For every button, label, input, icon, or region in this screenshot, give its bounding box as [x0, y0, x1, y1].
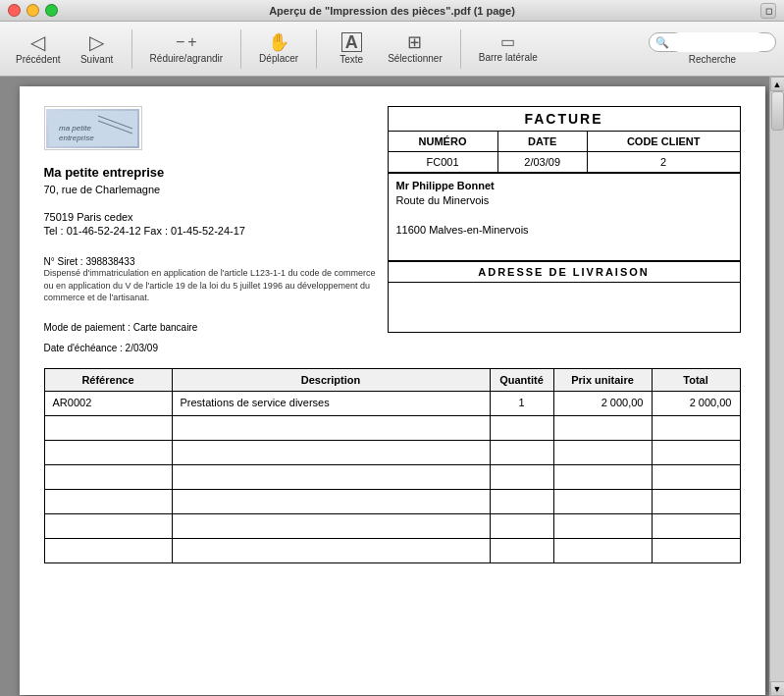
- table-row-empty: [44, 489, 740, 513]
- cell-description: Prestations de service diverses: [172, 391, 490, 415]
- invoice-title: FACTURE: [388, 107, 740, 132]
- next-label: Suivant: [80, 54, 113, 65]
- table-row-empty: [44, 440, 740, 464]
- scroll-track[interactable]: [770, 91, 785, 681]
- zoom-label: Réduire/agrandir: [150, 53, 224, 64]
- client-address1: Route du Minervois: [396, 194, 732, 206]
- numero-value: FC001: [388, 152, 497, 173]
- sidebar-button[interactable]: ▭ Barre latérale: [471, 27, 546, 72]
- next-button[interactable]: ▷ Suivant: [73, 27, 122, 72]
- table-row-empty: [44, 464, 740, 489]
- invoice-table: Référence Description Quantité Prix unit…: [44, 368, 741, 563]
- th-prix: Prix unitaire: [553, 368, 652, 391]
- code-client-value: 2: [587, 152, 740, 173]
- th-description: Description: [172, 368, 490, 391]
- zoom-minus-icon: −: [176, 33, 184, 51]
- th-total: Total: [652, 368, 740, 391]
- legal-text: Dispensé d'immatriculation en applicatio…: [44, 267, 378, 304]
- col-code-client: CODE CLIENT: [587, 132, 740, 152]
- table-row-empty: [44, 538, 740, 562]
- th-reference: Référence: [44, 368, 172, 391]
- company-section: Ma petite entreprise 70, rue de Charlema…: [44, 165, 378, 353]
- company-logo: ma petite entreprise: [44, 106, 142, 150]
- client-name: Mr Philippe Bonnet: [396, 180, 732, 191]
- separator-2: [240, 29, 241, 69]
- move-button[interactable]: ✋ Déplacer: [251, 27, 306, 72]
- cell-reference: AR0002: [44, 391, 172, 415]
- window-title: Aperçu de "Impression des pièces".pdf (1…: [269, 5, 515, 17]
- company-blank: [44, 197, 378, 209]
- separator-3: [316, 29, 317, 69]
- select-label: Sélectionner: [388, 53, 443, 64]
- right-section: FACTURE NUMÉRO DATE CODE CLIENT FC001 2/…: [388, 106, 741, 333]
- company-postal: 75019 Paris cedex: [44, 211, 378, 223]
- scrollbar[interactable]: ▲ ▼: [769, 77, 784, 696]
- invoice-header-table: FACTURE NUMÉRO DATE CODE CLIENT FC001 2/…: [388, 106, 741, 173]
- search-area: 🔍 Recherche: [649, 32, 776, 65]
- th-quantite: Quantité: [490, 368, 553, 391]
- search-input[interactable]: [669, 32, 767, 52]
- company-name: Ma petite entreprise: [44, 165, 378, 180]
- sidebar-label: Barre latérale: [479, 52, 538, 63]
- text-button[interactable]: A Texte: [327, 27, 376, 72]
- company-street: 70, rue de Charlemagne: [44, 184, 378, 195]
- content-area: ma petite entreprise Ma petite entrepris…: [0, 77, 784, 696]
- client-city: 11600 Malves-en-Minervois: [396, 224, 732, 236]
- title-bar: Aperçu de "Impression des pièces".pdf (1…: [0, 0, 784, 22]
- delivery-header: ADRESSE DE LIVRAISON: [389, 262, 740, 283]
- table-row: AR0002 Prestations de service diverses 1…: [44, 391, 740, 415]
- table-row-empty: [44, 513, 740, 538]
- select-button[interactable]: ⊞ Sélectionner: [380, 27, 450, 72]
- due-date: Date d'échéance : 2/03/09: [44, 343, 378, 353]
- company-phone: Tel : 01-46-52-24-12 Fax : 01-45-52-24-1…: [44, 225, 378, 237]
- svg-text:ma petite: ma petite: [59, 124, 91, 133]
- separator-1: [131, 29, 132, 69]
- search-icon: 🔍: [655, 36, 669, 49]
- move-label: Déplacer: [259, 53, 298, 64]
- text-icon: A: [341, 32, 362, 52]
- cell-prix: 2 000,00: [553, 391, 652, 415]
- svg-text:entreprise: entreprise: [59, 134, 94, 142]
- prev-label: Précédent: [16, 54, 61, 65]
- window-controls[interactable]: [8, 4, 58, 17]
- scroll-up[interactable]: ▲: [770, 77, 785, 91]
- prev-button[interactable]: ◁ Précédent: [8, 27, 69, 72]
- pdf-page: ma petite entreprise Ma petite entrepris…: [20, 86, 765, 695]
- minimize-button[interactable]: [26, 4, 39, 17]
- col-numero: NUMÉRO: [388, 132, 497, 152]
- delivery-box: ADRESSE DE LIVRAISON: [388, 261, 741, 333]
- zoom-button[interactable]: − + Réduire/agrandir: [142, 27, 232, 72]
- prev-icon: ◁: [30, 32, 45, 52]
- logo-image: ma petite entreprise: [46, 109, 139, 148]
- col-date: DATE: [497, 132, 587, 152]
- cell-quantite: 1: [490, 391, 553, 415]
- select-icon: ⊞: [407, 33, 422, 51]
- scroll-thumb[interactable]: [771, 91, 784, 131]
- table-row-empty: [44, 415, 740, 440]
- maximize-button[interactable]: [45, 4, 58, 17]
- sidebar-icon: ▭: [500, 34, 515, 50]
- client-info-box: Mr Philippe Bonnet Route du Minervois 11…: [388, 173, 741, 261]
- next-icon: ▷: [89, 32, 104, 52]
- zoom-plus-icon: +: [187, 33, 196, 51]
- delivery-body: [389, 283, 740, 332]
- toolbar: ◁ Précédent ▷ Suivant − + Réduire/agrand…: [0, 22, 784, 77]
- close-button[interactable]: [8, 4, 21, 17]
- date-value: 2/03/09: [497, 152, 587, 173]
- invoice-top: ma petite entreprise Ma petite entrepris…: [44, 106, 741, 353]
- payment-mode: Mode de paiement : Carte bancaire: [44, 322, 378, 333]
- scroll-down[interactable]: ▼: [770, 681, 785, 696]
- search-label: Recherche: [689, 54, 736, 65]
- siret: N° Siret : 398838433: [44, 256, 378, 267]
- cell-total: 2 000,00: [652, 391, 740, 415]
- separator-4: [460, 29, 461, 69]
- move-icon: ✋: [268, 33, 289, 51]
- text-label: Texte: [340, 54, 363, 65]
- resize-handle[interactable]: ◻: [760, 3, 776, 19]
